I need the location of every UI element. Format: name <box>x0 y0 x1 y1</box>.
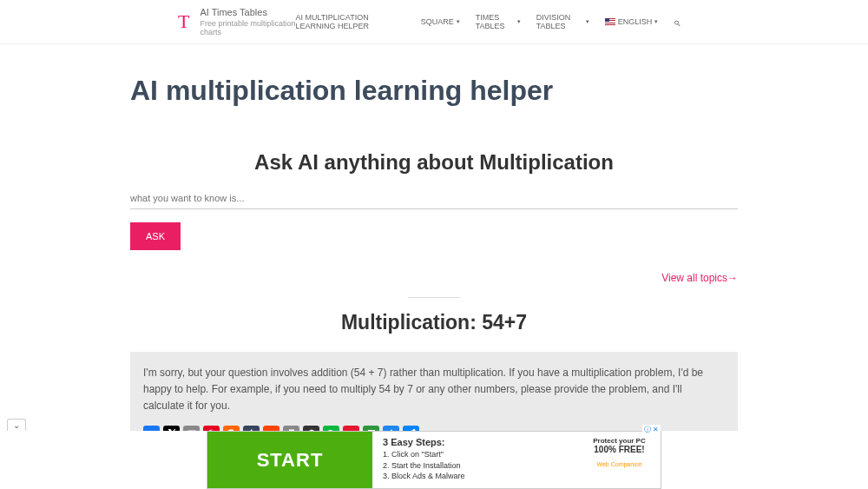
brand-subtitle: Free printable multiplication charts <box>200 19 295 36</box>
ad-right: Protect your PC 100% FREE! Web Companion <box>578 432 661 488</box>
search-icon[interactable] <box>674 17 681 27</box>
us-flag-icon <box>605 18 615 25</box>
ask-button[interactable]: ASK <box>130 222 181 250</box>
collapse-ad-button[interactable]: ⌄ <box>7 419 26 431</box>
ad-start-button[interactable]: START <box>207 432 372 488</box>
page-title: AI multiplication learning helper <box>130 75 738 107</box>
view-all-topics-link[interactable]: View all topics→ <box>130 272 738 284</box>
ad-step-2: 2. Start the Installation <box>383 460 568 472</box>
divider <box>408 297 460 298</box>
ad-banner: ⓘ ✕ START 3 Easy Steps: 1. Click on "Sta… <box>0 431 868 489</box>
nav: AI MULTIPLICATION LEARNING HELPER SQUARE… <box>296 13 682 30</box>
chevron-down-icon: ▾ <box>517 18 521 25</box>
nav-division-tables[interactable]: DIVISION TABLES▾ <box>536 13 589 30</box>
chevron-down-icon: ▾ <box>457 18 460 25</box>
nav-language[interactable]: ENGLISH▾ <box>605 17 659 26</box>
logo-icon: T <box>178 10 189 33</box>
article-text-1: I'm sorry, but your question involves ad… <box>143 365 725 415</box>
nav-times-tables[interactable]: TIMES TABLES▾ <box>476 13 521 30</box>
header: T AI Times Tables Free printable multipl… <box>0 0 868 44</box>
main-content: AI multiplication learning helper Ask AI… <box>130 44 738 489</box>
ad-step-3: 3. Block Ads & Malware <box>383 471 568 482</box>
ad-info-icon[interactable]: ⓘ ✕ <box>642 425 661 434</box>
chevron-down-icon: ▾ <box>586 18 589 25</box>
ad-steps-title: 3 Easy Steps: <box>383 437 568 447</box>
logo-area[interactable]: T AI Times Tables Free printable multipl… <box>178 7 296 36</box>
ad-steps: 3 Easy Steps: 1. Click on "Start" 2. Sta… <box>372 432 578 488</box>
brand: AI Times Tables Free printable multiplic… <box>200 7 295 36</box>
nav-ai-helper[interactable]: AI MULTIPLICATION LEARNING HELPER <box>296 13 405 30</box>
article-title-1[interactable]: Multiplication: 54+7 <box>130 311 738 334</box>
brand-title: AI Times Tables <box>200 7 295 17</box>
ad-content[interactable]: ⓘ ✕ START 3 Easy Steps: 1. Click on "Sta… <box>207 431 661 489</box>
nav-square[interactable]: SQUARE▾ <box>421 17 460 26</box>
ask-input[interactable] <box>130 188 738 209</box>
ad-logo: Web Companion <box>587 461 652 467</box>
chevron-down-icon: ▾ <box>654 18 658 25</box>
ask-section-title: Ask AI anything about Multiplication <box>130 150 738 175</box>
ad-protect-text: Protect your PC <box>587 437 652 445</box>
ad-free-text: 100% FREE! <box>587 445 652 454</box>
ad-step-1: 1. Click on "Start" <box>383 449 568 460</box>
